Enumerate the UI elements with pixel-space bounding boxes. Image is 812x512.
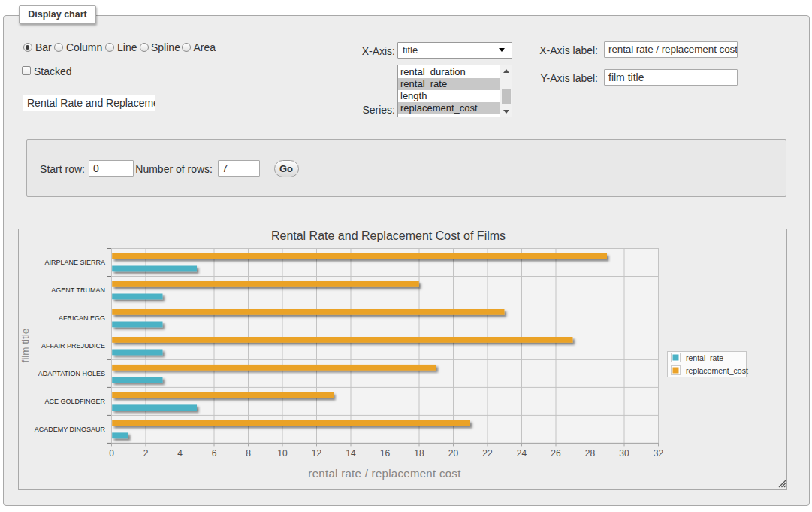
svg-text:replacement_cost: replacement_cost <box>686 366 748 375</box>
svg-text:ACADEMY DINOSAUR: ACADEMY DINOSAUR <box>35 426 106 433</box>
svg-text:8: 8 <box>246 448 251 459</box>
svg-text:20: 20 <box>448 448 459 459</box>
svg-text:AGENT TRUMAN: AGENT TRUMAN <box>51 286 105 294</box>
svg-text:2: 2 <box>143 448 149 459</box>
svg-text:0: 0 <box>109 448 114 459</box>
svg-text:26: 26 <box>551 448 561 459</box>
svg-text:AFRICAN EGG: AFRICAN EGG <box>59 314 105 322</box>
svg-text:12: 12 <box>312 448 322 459</box>
svg-text:4: 4 <box>177 448 183 459</box>
svg-text:ACE GOLDFINGER: ACE GOLDFINGER <box>44 398 105 405</box>
svg-text:28: 28 <box>585 448 596 459</box>
svg-text:rental rate / replacement cost: rental rate / replacement cost <box>308 467 461 480</box>
svg-text:10: 10 <box>277 448 288 459</box>
svg-text:rental_rate: rental_rate <box>686 353 723 362</box>
svg-text:22: 22 <box>482 448 493 459</box>
svg-text:AFFAIR PREJUDICE: AFFAIR PREJUDICE <box>41 342 105 350</box>
svg-text:30: 30 <box>619 448 629 459</box>
svg-text:AIRPLANE SIERRA: AIRPLANE SIERRA <box>44 259 105 266</box>
svg-text:Rental Rate and Replacement Co: Rental Rate and Replacement Cost of Film… <box>271 229 506 242</box>
svg-text:film title: film title <box>20 329 31 363</box>
svg-text:ADAPTATION HOLES: ADAPTATION HOLES <box>38 370 105 377</box>
svg-text:18: 18 <box>414 448 424 459</box>
svg-text:14: 14 <box>346 448 356 459</box>
svg-text:6: 6 <box>212 448 217 459</box>
svg-text:24: 24 <box>517 448 527 459</box>
svg-text:16: 16 <box>380 448 391 459</box>
svg-text:32: 32 <box>654 448 664 459</box>
